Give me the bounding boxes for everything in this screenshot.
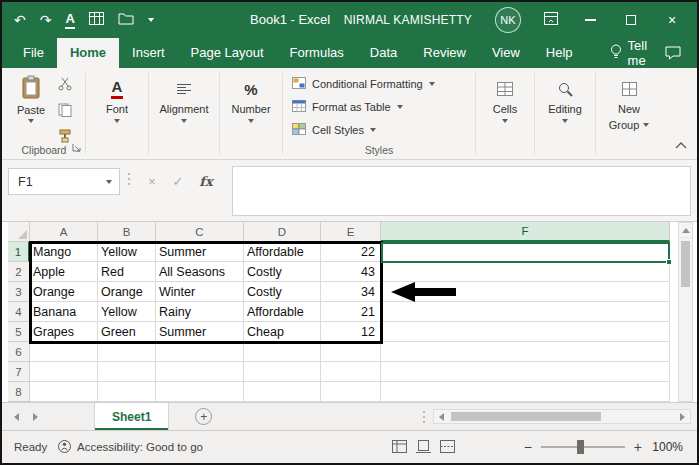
cell-E5[interactable]: 12: [321, 322, 381, 342]
next-sheet-icon[interactable]: [33, 413, 38, 421]
insert-function-button[interactable]: fx: [194, 169, 218, 194]
editing-group-button[interactable]: Editing: [536, 68, 594, 159]
paste-button[interactable]: Paste: [10, 75, 52, 123]
cell-D4[interactable]: Affordable: [244, 302, 321, 322]
cell-D6[interactable]: [244, 342, 321, 362]
undo-icon[interactable]: ↶: [14, 13, 26, 27]
cell-F8[interactable]: [381, 382, 670, 402]
cell-F1[interactable]: [381, 242, 670, 262]
cell-B1[interactable]: Yellow: [98, 242, 156, 262]
cell-B2[interactable]: Red: [98, 262, 156, 282]
row-header-8[interactable]: 8: [8, 382, 30, 402]
tab-data[interactable]: Data: [357, 38, 410, 68]
name-box[interactable]: F1: [8, 168, 120, 195]
tab-review[interactable]: Review: [410, 38, 479, 68]
cell-C8[interactable]: [156, 382, 244, 402]
zoom-slider-thumb[interactable]: [577, 440, 584, 454]
sheet-tab-sheet1[interactable]: Sheet1: [94, 403, 169, 430]
cell-F3[interactable]: [381, 282, 670, 302]
col-header-D[interactable]: D: [244, 222, 321, 242]
page-break-view-icon[interactable]: [440, 440, 455, 455]
cell-B5[interactable]: Green: [98, 322, 156, 342]
cell-F4[interactable]: [381, 302, 670, 322]
clipboard-dialog-launcher-icon[interactable]: [72, 138, 81, 156]
horizontal-scrollbar-track[interactable]: [449, 410, 675, 423]
cell-E8[interactable]: [321, 382, 381, 402]
zoom-slider[interactable]: [541, 446, 625, 448]
page-layout-view-icon[interactable]: [416, 440, 431, 455]
prev-sheet-icon[interactable]: [14, 413, 19, 421]
copy-icon[interactable]: [58, 103, 72, 121]
tab-view[interactable]: View: [479, 38, 533, 68]
new-sheet-button[interactable]: +: [195, 408, 212, 425]
accessibility-status-button[interactable]: Accessibility: Good to go: [58, 431, 203, 463]
row-header-1[interactable]: 1: [8, 242, 30, 262]
row-header-7[interactable]: 7: [8, 362, 30, 382]
vertical-scrollbar[interactable]: [678, 222, 693, 402]
tab-insert[interactable]: Insert: [119, 38, 178, 68]
vertical-scrollbar-thumb[interactable]: [681, 241, 690, 287]
cell-C4[interactable]: Rainy: [156, 302, 244, 322]
horizontal-scrollbar[interactable]: [433, 409, 691, 424]
cell-A2[interactable]: Apple: [30, 262, 98, 282]
cell-F7[interactable]: [381, 362, 670, 382]
tab-scroll-splitter[interactable]: [423, 411, 425, 423]
cell-C5[interactable]: Summer: [156, 322, 244, 342]
enter-button[interactable]: ✓: [166, 169, 190, 194]
cell-B7[interactable]: [98, 362, 156, 382]
cell-D8[interactable]: [244, 382, 321, 402]
format-as-table-button[interactable]: Format as Table: [292, 97, 474, 116]
cell-E1[interactable]: 22: [321, 242, 381, 262]
cell-D7[interactable]: [244, 362, 321, 382]
col-header-A[interactable]: A: [30, 222, 98, 242]
cell-F6[interactable]: [381, 342, 670, 362]
cancel-button[interactable]: ×: [140, 169, 164, 194]
cell-C7[interactable]: [156, 362, 244, 382]
scroll-left-icon[interactable]: [434, 410, 449, 423]
cell-A4[interactable]: Banana: [30, 302, 98, 322]
alignment-group-button[interactable]: Alignment: [150, 68, 218, 159]
cell-B8[interactable]: [98, 382, 156, 402]
ribbon-display-options-icon[interactable]: [544, 11, 558, 29]
qat-customize-caret-icon[interactable]: [148, 18, 154, 22]
close-button[interactable]: ×: [663, 11, 681, 29]
comments-icon[interactable]: [665, 38, 681, 68]
cell-B3[interactable]: Orange: [98, 282, 156, 302]
minimize-button[interactable]: [581, 11, 599, 29]
cut-icon[interactable]: [58, 77, 72, 95]
zoom-in-button[interactable]: +: [634, 440, 642, 454]
normal-view-icon[interactable]: [392, 440, 407, 455]
table-icon[interactable]: [89, 12, 104, 28]
cell-C3[interactable]: Winter: [156, 282, 244, 302]
cell-E6[interactable]: [321, 342, 381, 362]
tab-help[interactable]: Help: [533, 38, 586, 68]
conditional-formatting-button[interactable]: Conditional Formatting: [292, 74, 474, 93]
underline-icon[interactable]: A: [65, 11, 74, 29]
col-header-E[interactable]: E: [321, 222, 381, 242]
scroll-right-icon[interactable]: [675, 410, 690, 423]
cell-B4[interactable]: Yellow: [98, 302, 156, 322]
cell-D5[interactable]: Cheap: [244, 322, 321, 342]
font-group-button[interactable]: A Font: [87, 68, 147, 159]
cell-D3[interactable]: Costly: [244, 282, 321, 302]
cell-F5[interactable]: [381, 322, 670, 342]
col-header-B[interactable]: B: [98, 222, 156, 242]
cell-C2[interactable]: All Seasons: [156, 262, 244, 282]
collapse-ribbon-icon[interactable]: [675, 135, 687, 153]
tab-file[interactable]: File: [10, 38, 57, 68]
cell-D2[interactable]: Costly: [244, 262, 321, 282]
new-group-button[interactable]: New Group: [597, 68, 661, 159]
row-header-2[interactable]: 2: [8, 262, 30, 282]
row-header-5[interactable]: 5: [8, 322, 30, 342]
zoom-level[interactable]: 100%: [651, 440, 683, 454]
tab-formulas[interactable]: Formulas: [277, 38, 357, 68]
tab-home[interactable]: Home: [57, 38, 119, 68]
cell-D1[interactable]: Affordable: [244, 242, 321, 262]
cell-B6[interactable]: [98, 342, 156, 362]
row-header-6[interactable]: 6: [8, 342, 30, 362]
formula-bar-handle[interactable]: [128, 173, 130, 185]
tab-page-layout[interactable]: Page Layout: [178, 38, 277, 68]
redo-icon[interactable]: ↷: [40, 13, 52, 27]
col-header-C[interactable]: C: [156, 222, 244, 242]
tell-me-button[interactable]: Tell me: [610, 38, 665, 68]
